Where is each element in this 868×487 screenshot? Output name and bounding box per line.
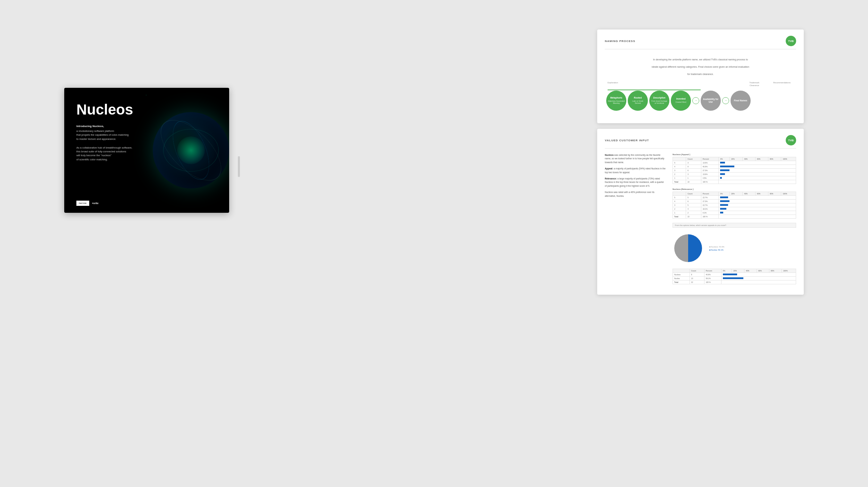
naming-description: In developing the umbrella platform name… [640, 54, 761, 76]
customer-title: VALUED CUSTOMER INPUT [605, 139, 649, 142]
customer-header: VALUED CUSTOMER INPUT TVB [605, 135, 796, 149]
naming-header: NAMING PROCESS TVB [605, 36, 796, 49]
table-row: 2 3 13.6% [673, 173, 796, 176]
table-row: 3 6 27.3% [673, 169, 796, 173]
appeal-section: Nucleos [Appeal ] Count Percent 0% 20% 4… [673, 153, 796, 184]
relevance-table: Count Percent 0% 20% 40% 60% 80% 100% [673, 192, 796, 219]
slide-body-2: As a collaborative hub of breakthrough s… [76, 146, 146, 161]
customer-left-text: Nucleos was selected by the community as… [605, 153, 666, 288]
circle-availability: Availability for Use [701, 91, 721, 111]
appeal-section-title: Nucleos [Appeal ] [673, 153, 796, 156]
slide-body-1: a revolutionary software platform that p… [76, 129, 146, 141]
table-row: Nuclea 13 59.1% [673, 277, 796, 280]
right-panels-container: NAMING PROCESS TVB In developing the umb… [597, 30, 804, 295]
table-row: Total 22 100 % [673, 280, 796, 284]
table-row: 5 3 13.6% [673, 161, 796, 165]
table-row: Total 22 100 % [673, 180, 796, 184]
arrow-2: → [722, 97, 729, 104]
pie-chart [673, 233, 704, 264]
circle-rooted: Rooted Latin or Greek Derived [628, 91, 648, 111]
process-circles-row: Metaphoric Adjectives Associated Meaning… [605, 91, 796, 111]
arrow-1: → [692, 97, 699, 104]
table-row: 5 5 22.7% [673, 196, 796, 200]
customer-content: Nucleos was selected by the community as… [605, 153, 796, 288]
relevance-section: Nucleos [Relevance ] Count Percent 0% 20… [673, 188, 796, 219]
pie-chart-container [673, 233, 704, 264]
circle-final-names: Final Names [731, 91, 751, 111]
table-row: 3 5 22.7% [673, 203, 796, 207]
table-row: Total 22 100 % [673, 215, 796, 219]
naming-title: NAMING PROCESS [605, 40, 635, 43]
pie-section: From the options below, which version ap… [673, 223, 796, 284]
panel-customer: VALUED CUSTOMER INPUT TVB Nucleos was se… [597, 129, 804, 295]
circle-metaphoric: Metaphoric Adjectives Associated Meaning [606, 91, 626, 111]
circle-descriptive: Descriptive From brand heritage or funct… [649, 91, 669, 111]
recommendations-label: Recommendations [773, 82, 791, 84]
table-row: 1 2 9.1% [673, 211, 796, 215]
text-preference: Nucleos was rated with a 40% preference … [605, 191, 666, 198]
slide-logos: PANTONE ×xrite [76, 201, 99, 206]
slide-dark-panel: Nucleos Introducing Nucleos, a revolutio… [64, 88, 229, 213]
process-flow: Exploration TrademarkClearance Recommend… [605, 82, 796, 111]
text-appeal: Appeal: a majority of participants (54%)… [605, 167, 666, 174]
table-row: 1 1 4.5% [673, 176, 796, 180]
text-relevance: Relevance: a large majority of participa… [605, 177, 666, 188]
table-row: 2 4 18.2% [673, 207, 796, 211]
exploration-label: Exploration [608, 82, 749, 87]
table-row: 4 6 27.3% [673, 200, 796, 203]
pie-legend: ■ Nucleos: 40.9% ■ Nuclea: 59.1% [709, 246, 724, 251]
circle-invented: Invented Created Word [671, 91, 691, 111]
text-nucleos-selected: Nucleos was selected by the community as… [605, 153, 666, 164]
preference-table: Count Percent 0% 20% 40% 60% 80% 100% [673, 269, 796, 284]
slide-title: Nucleos [76, 102, 217, 118]
relevance-section-title: Nucleos [Relevance ] [673, 188, 796, 190]
tvb-logo-naming: TVB [786, 36, 796, 46]
appeal-table: Count Percent 0% 20% 40% 60% 80% 100% [673, 157, 796, 184]
tvb-logo-customer: TVB [786, 135, 796, 145]
table-row: 4 9 40.9% [673, 165, 796, 169]
customer-right-charts: Nucleos [Appeal ] Count Percent 0% 20% 4… [673, 153, 796, 288]
pantone-logo: PANTONE [76, 201, 89, 206]
panel-naming: NAMING PROCESS TVB In developing the umb… [597, 30, 804, 123]
slide-subtitle: Introducing Nucleos, [76, 125, 217, 128]
xrite-logo: ×xrite [92, 202, 99, 204]
trademark-label: TrademarkClearance [749, 82, 759, 87]
scrollbar[interactable] [238, 156, 240, 177]
table-row: Nucleos 9 40.9% [673, 273, 796, 277]
pie-question: From the options below, which version ap… [673, 223, 796, 228]
